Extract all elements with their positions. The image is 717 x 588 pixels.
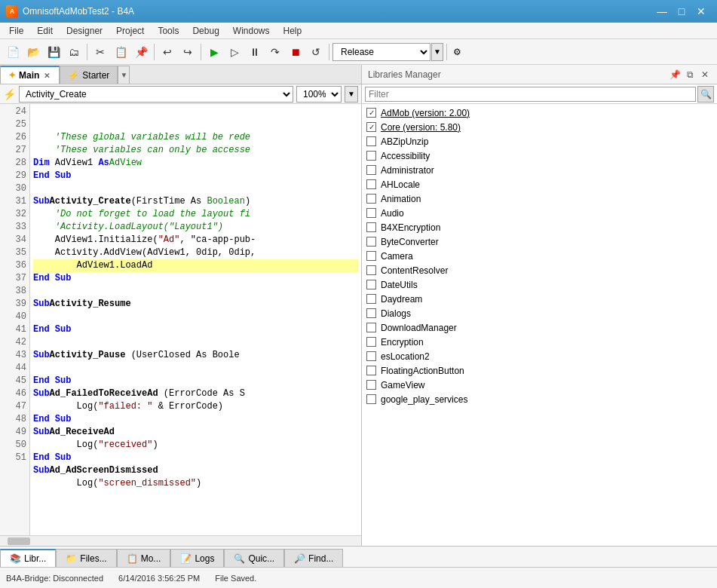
tab-main[interactable]: ✦ Main ✕ bbox=[0, 66, 60, 84]
library-name: FloatingActionButton bbox=[381, 366, 464, 376]
save-button[interactable]: 💾 bbox=[44, 42, 63, 62]
library-checkbox[interactable] bbox=[366, 122, 376, 132]
editor-horizontal-scrollbar[interactable] bbox=[0, 535, 361, 546]
cut-button[interactable]: ✂ bbox=[90, 42, 110, 62]
bottom-tab-files[interactable]: 📁Files... bbox=[56, 549, 116, 567]
stop-button[interactable]: ⏹ bbox=[286, 42, 305, 62]
library-checkbox[interactable] bbox=[366, 165, 376, 175]
bottom-tab-find[interactable]: 🔎Find... bbox=[284, 549, 343, 567]
library-checkbox[interactable] bbox=[366, 308, 376, 318]
menu-item-windows[interactable]: Windows bbox=[227, 24, 276, 38]
library-checkbox[interactable] bbox=[366, 136, 376, 146]
bottom-tab-quic[interactable]: 🔍Quic... bbox=[224, 549, 284, 567]
restart-button[interactable]: ↺ bbox=[306, 42, 326, 62]
library-item[interactable]: Administrator bbox=[362, 163, 717, 177]
zoom-dropdown-btn[interactable]: ▼ bbox=[345, 86, 358, 103]
library-item[interactable]: Camera bbox=[362, 249, 717, 263]
library-checkbox[interactable] bbox=[366, 294, 376, 304]
menu-item-designer[interactable]: Designer bbox=[60, 24, 109, 38]
library-checkbox[interactable] bbox=[366, 265, 376, 275]
filter-search-button[interactable]: 🔍 bbox=[697, 86, 714, 103]
redo-button[interactable]: ↪ bbox=[178, 42, 198, 62]
library-item[interactable]: GameView bbox=[362, 378, 717, 392]
library-checkbox[interactable] bbox=[366, 280, 376, 289]
save-all-button[interactable]: 🗂 bbox=[64, 42, 84, 62]
library-checkbox[interactable] bbox=[366, 251, 376, 261]
library-item[interactable]: Animation bbox=[362, 191, 717, 206]
bottom-tab-libr[interactable]: 📚Libr... bbox=[0, 549, 56, 567]
menu-item-debug[interactable]: Debug bbox=[186, 24, 225, 38]
library-checkbox[interactable] bbox=[366, 222, 376, 232]
library-checkbox[interactable] bbox=[366, 237, 376, 247]
library-checkbox[interactable] bbox=[366, 323, 376, 332]
filter-input[interactable] bbox=[365, 87, 696, 102]
library-checkbox[interactable] bbox=[366, 337, 376, 347]
menu-item-help[interactable]: Help bbox=[277, 24, 308, 38]
main-content: ✦ Main ✕ ⚡ Starter ▼ ⚡ Activity_Create 1… bbox=[0, 65, 717, 546]
library-item[interactable]: AHLocale bbox=[362, 177, 717, 191]
libraries-list[interactable]: AdMob (version: 2.00)Core (version: 5.80… bbox=[362, 104, 717, 546]
library-item[interactable]: B4XEncryption bbox=[362, 220, 717, 234]
minimize-button[interactable]: — bbox=[652, 4, 672, 19]
library-checkbox[interactable] bbox=[366, 208, 376, 218]
code-line-42 bbox=[33, 362, 358, 375]
library-checkbox[interactable] bbox=[366, 194, 376, 204]
tab-scroll-arrow[interactable]: ▼ bbox=[118, 66, 130, 84]
library-item[interactable]: Accessibility bbox=[362, 149, 717, 163]
code-line-24: 'These global variables will be rede bbox=[33, 131, 358, 144]
run-button[interactable]: ▶ bbox=[204, 42, 224, 62]
library-item[interactable]: esLocation2 bbox=[362, 349, 717, 363]
copy-button[interactable]: 📋 bbox=[111, 42, 130, 62]
library-item[interactable]: ByteConverter bbox=[362, 234, 717, 249]
tab-bar: ✦ Main ✕ ⚡ Starter ▼ bbox=[0, 65, 361, 84]
tab-starter[interactable]: ⚡ Starter bbox=[60, 66, 118, 84]
zoom-select[interactable]: 100% 75% 125% 150% bbox=[296, 86, 342, 103]
open-button[interactable]: 📂 bbox=[23, 42, 43, 62]
build-config-select[interactable]: Release Debug bbox=[332, 43, 431, 61]
library-checkbox[interactable] bbox=[366, 179, 376, 189]
code-content[interactable]: 'These global variables will be rede 'Th… bbox=[30, 104, 361, 535]
library-item[interactable]: FloatingActionButton bbox=[362, 363, 717, 378]
library-checkbox[interactable] bbox=[366, 151, 376, 161]
library-item[interactable]: google_play_services bbox=[362, 392, 717, 406]
library-checkbox[interactable] bbox=[366, 351, 376, 361]
library-item[interactable]: ABZipUnzip bbox=[362, 134, 717, 149]
bottom-tab-logs[interactable]: 📝Logs bbox=[170, 549, 224, 567]
libs-undock-button[interactable]: ⧉ bbox=[684, 69, 696, 81]
library-checkbox[interactable] bbox=[366, 394, 376, 404]
pause-button[interactable]: ⏸ bbox=[245, 42, 265, 62]
step-over-button[interactable]: ↷ bbox=[265, 42, 285, 62]
libs-close-button[interactable]: ✕ bbox=[699, 69, 711, 81]
library-item[interactable]: Core (version: 5.80) bbox=[362, 120, 717, 134]
separator-5 bbox=[446, 44, 447, 60]
library-item[interactable]: Daydream bbox=[362, 292, 717, 306]
new-button[interactable]: 📄 bbox=[3, 42, 23, 62]
library-item[interactable]: ContentResolver bbox=[362, 263, 717, 277]
tab-main-close[interactable]: ✕ bbox=[42, 72, 51, 80]
extra-option-button[interactable]: ⚙ bbox=[450, 42, 464, 62]
close-button[interactable]: ✕ bbox=[691, 4, 711, 19]
code-editor[interactable]: 2425262728293031323334353637383940414243… bbox=[0, 104, 361, 535]
library-item[interactable]: Dialogs bbox=[362, 306, 717, 320]
debug-run-button[interactable]: ▷ bbox=[225, 42, 244, 62]
library-checkbox[interactable] bbox=[366, 380, 376, 390]
menu-item-tools[interactable]: Tools bbox=[152, 24, 185, 38]
undo-button[interactable]: ↩ bbox=[158, 42, 177, 62]
library-item[interactable]: AdMob (version: 2.00) bbox=[362, 106, 717, 120]
menu-item-project[interactable]: Project bbox=[110, 24, 150, 38]
library-item[interactable]: Encryption bbox=[362, 335, 717, 349]
function-select[interactable]: Activity_Create bbox=[19, 86, 293, 103]
maximize-button[interactable]: □ bbox=[672, 4, 691, 19]
menu-item-file[interactable]: File bbox=[3, 24, 29, 38]
library-item[interactable]: DateUtils bbox=[362, 277, 717, 292]
bottom-tab-mo[interactable]: 📋Mo... bbox=[117, 549, 171, 567]
paste-button[interactable]: 📌 bbox=[131, 42, 151, 62]
menu-item-edit[interactable]: Edit bbox=[31, 24, 59, 38]
libs-pin-button[interactable]: 📌 bbox=[669, 69, 681, 81]
build-config-dropdown[interactable]: ▼ bbox=[431, 43, 443, 61]
library-checkbox[interactable] bbox=[366, 366, 376, 375]
library-checkbox[interactable] bbox=[366, 108, 376, 118]
library-item[interactable]: DownloadManager bbox=[362, 320, 717, 335]
library-item[interactable]: Audio bbox=[362, 206, 717, 220]
h-scroll-thumb[interactable] bbox=[8, 537, 30, 545]
